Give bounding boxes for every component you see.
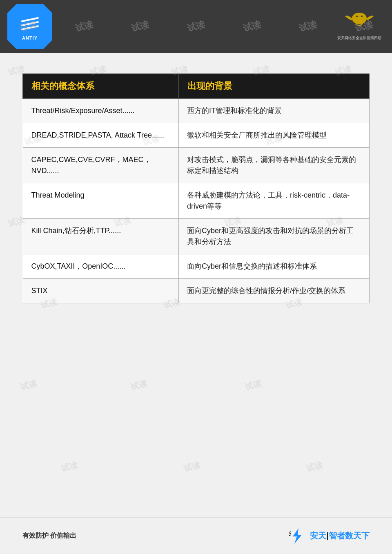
header-watermarks: 试读 试读 试读 试读 试读 试读 试读 — [0, 0, 392, 53]
table-cell-left: Threat Modeling — [23, 183, 179, 219]
table-row: CAPEC,CWE,CVE,CVRF，MAEC，NVD......对攻击模式，脆… — [23, 148, 369, 183]
svg-line-0 — [22, 18, 38, 21]
logo-icon — [19, 13, 41, 36]
footer-brand-main: 安天 — [310, 531, 326, 540]
footer-right: 安天|智者数天下 — [287, 527, 370, 545]
logo: ANTIY — [7, 4, 52, 49]
concept-table: 相关的概念体系 出现的背景 Threat/Risk/Exposure/Asset… — [22, 73, 370, 303]
wm4: 试读 — [186, 18, 206, 35]
footer-brand-name: 安天|智者数天下 — [310, 530, 370, 541]
svg-line-8 — [289, 533, 291, 534]
bwm16: 试读 — [19, 378, 38, 392]
col2-header: 出现的背景 — [179, 74, 369, 98]
bwm21: 试读 — [305, 459, 324, 474]
table-cell-left: CybOX,TAXII，OpenIOC...... — [23, 254, 179, 279]
col1-header: 相关的概念体系 — [23, 74, 179, 98]
table-cell-right: 面向更完整的综合性的情报分析/作业/交换的体系 — [179, 279, 369, 303]
table-cell-right: 微软和相关安全厂商所推出的风险管理模型 — [179, 123, 369, 148]
footer-left-text: 有效防护 价值输出 — [22, 532, 76, 540]
svg-point-5 — [361, 16, 363, 17]
svg-line-1 — [22, 22, 38, 25]
table-cell-right: 对攻击模式，脆弱点，漏洞等各种基础的安全元素的标定和描述结构 — [179, 148, 369, 183]
table-row: DREAD,STRIDE,PASTA, Attack Tree......微软和… — [23, 123, 369, 148]
top-right-logo: 安天网络安全全训营第四期 — [335, 6, 384, 43]
svg-point-3 — [352, 13, 367, 24]
table-cell-left: CAPEC,CWE,CVE,CVRF，MAEC，NVD...... — [23, 148, 179, 183]
table-cell-right: 面向Cyber和更高强度的攻击和对抗的场景的分析工具和分析方法 — [179, 219, 369, 254]
table-cell-left: Kill Chain,钻石分析,TTP...... — [23, 219, 179, 254]
main-content: 相关的概念体系 出现的背景 Threat/Risk/Exposure/Asset… — [0, 53, 392, 316]
table-row: CybOX,TAXII，OpenIOC......面向Cyber和信息交换的描述… — [23, 254, 369, 279]
table-row: STIX面向更完整的综合性的情报分析/作业/交换的体系 — [23, 279, 369, 303]
wm3: 试读 — [130, 18, 150, 35]
table-cell-left: STIX — [23, 279, 179, 303]
wm6: 试读 — [298, 18, 318, 35]
footer: 有效防护 价值输出 安天|智者数天下 — [0, 517, 392, 554]
table-cell-right: 西方的IT管理和标准化的背景 — [179, 98, 369, 123]
logo-text: ANTIY — [22, 36, 38, 40]
table-row: Kill Chain,钻石分析,TTP......面向Cyber和更高强度的攻击… — [23, 219, 369, 254]
table-cell-left: Threat/Risk/Exposure/Asset...... — [23, 98, 179, 123]
table-cell-left: DREAD,STRIDE,PASTA, Attack Tree...... — [23, 123, 179, 148]
wm2: 试读 — [74, 18, 94, 35]
table-row: Threat/Risk/Exposure/Asset......西方的IT管理和… — [23, 98, 369, 123]
header: ANTIY 试读 试读 试读 试读 试读 试读 试读 安天网络安全全训营第四期 — [0, 0, 392, 53]
footer-logo-icon — [287, 527, 307, 545]
bwm18: 试读 — [244, 378, 263, 392]
bwm17: 试读 — [129, 378, 148, 392]
wm5: 试读 — [242, 18, 262, 35]
top-right-icon — [343, 8, 376, 35]
footer-brand-suffix: 智者数天下 — [329, 531, 370, 540]
svg-line-7 — [289, 532, 291, 532]
table-cell-right: 面向Cyber和信息交换的描述和标准体系 — [179, 254, 369, 279]
table-row: Threat Modeling各种威胁建模的方法论，工具，risk-centri… — [23, 183, 369, 219]
svg-point-4 — [356, 16, 358, 17]
table-cell-right: 各种威胁建模的方法论，工具，risk-centric，data-driven等等 — [179, 183, 369, 219]
svg-line-2 — [22, 26, 38, 29]
top-right-label: 安天网络安全全训营第四期 — [337, 36, 381, 41]
svg-marker-6 — [293, 528, 302, 544]
table-header-row: 相关的概念体系 出现的背景 — [23, 74, 369, 98]
bwm20: 试读 — [183, 459, 201, 474]
svg-line-9 — [289, 535, 291, 536]
bwm19: 试读 — [60, 459, 79, 474]
